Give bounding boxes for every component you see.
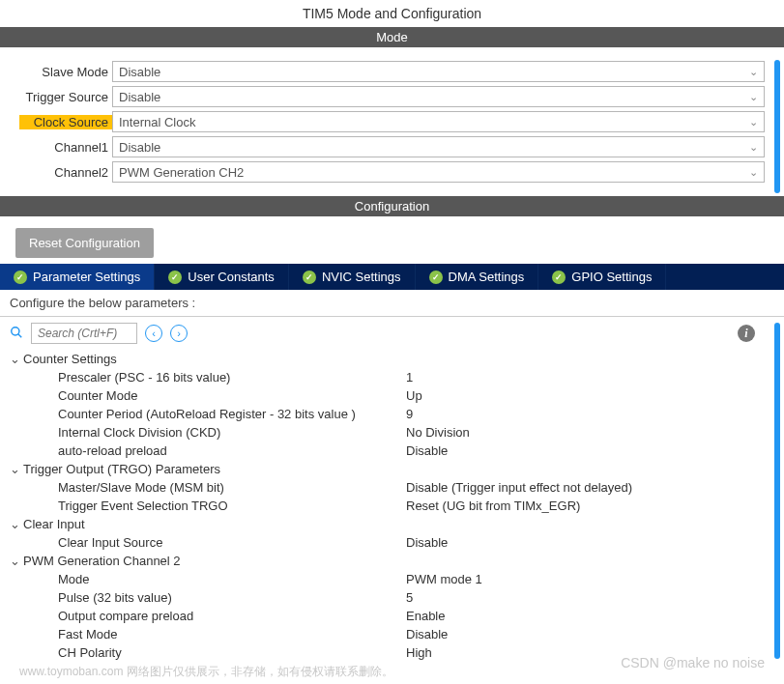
param-label: Mode bbox=[58, 572, 406, 586]
mode-row: Clock SourceInternal Clock⌄ bbox=[19, 111, 765, 132]
param-row[interactable]: Output compare preloadEnable bbox=[10, 607, 774, 625]
param-label: auto-reload preload bbox=[58, 443, 406, 458]
reset-configuration-button[interactable]: Reset Configuration bbox=[15, 228, 154, 258]
param-value: Up bbox=[406, 388, 422, 403]
param-value: 1 bbox=[406, 370, 413, 385]
chevron-down-icon: ⌄ bbox=[749, 141, 758, 154]
param-group-name: Clear Input bbox=[23, 517, 85, 531]
param-group-header[interactable]: ⌄Counter Settings bbox=[10, 350, 774, 368]
param-value: PWM mode 1 bbox=[406, 572, 482, 586]
param-row[interactable]: Internal Clock Division (CKD)No Division bbox=[10, 423, 774, 442]
mode-label: Clock Source bbox=[19, 115, 112, 129]
param-group-header[interactable]: ⌄Clear Input bbox=[10, 515, 774, 533]
svg-line-1 bbox=[18, 333, 22, 337]
param-label: Prescaler (PSC - 16 bits value) bbox=[58, 370, 406, 385]
param-label: Master/Slave Mode (MSM bit) bbox=[58, 480, 406, 495]
mode-scrollbar[interactable] bbox=[774, 60, 780, 193]
chevron-down-icon: ⌄ bbox=[10, 462, 23, 476]
param-group-header[interactable]: ⌄PWM Generation Channel 2 bbox=[10, 552, 774, 570]
param-value: High bbox=[406, 645, 432, 660]
param-value: Disable bbox=[406, 443, 448, 458]
check-icon: ✓ bbox=[168, 271, 182, 284]
mode-select-value: Disable bbox=[119, 90, 160, 104]
tab-label: User Constants bbox=[188, 270, 275, 284]
param-row[interactable]: Clear Input SourceDisable bbox=[10, 533, 774, 552]
param-group-name: PWM Generation Channel 2 bbox=[23, 554, 181, 568]
param-row[interactable]: Prescaler (PSC - 16 bits value)1 bbox=[10, 368, 774, 386]
tab-gpio-settings[interactable]: ✓GPIO Settings bbox=[538, 264, 666, 290]
mode-select[interactable]: Disable⌄ bbox=[112, 136, 765, 157]
tab-dma-settings[interactable]: ✓DMA Settings bbox=[416, 264, 539, 290]
param-group-name: Trigger Output (TRGO) Parameters bbox=[23, 462, 220, 476]
param-label: Fast Mode bbox=[58, 627, 406, 641]
param-label: Internal Clock Division (CKD) bbox=[58, 425, 406, 440]
params-scrollbar[interactable] bbox=[774, 323, 780, 659]
param-label: CH Polarity bbox=[58, 645, 406, 660]
param-row[interactable]: ModePWM mode 1 bbox=[10, 570, 774, 588]
param-value: 5 bbox=[406, 590, 413, 605]
param-row[interactable]: auto-reload preloadDisable bbox=[10, 442, 774, 460]
tab-nvic-settings[interactable]: ✓NVIC Settings bbox=[289, 264, 416, 290]
tab-parameter-settings[interactable]: ✓Parameter Settings bbox=[0, 264, 155, 290]
param-value: Disable bbox=[406, 535, 448, 550]
param-label: Counter Mode bbox=[58, 388, 406, 403]
mode-row: Trigger SourceDisable⌄ bbox=[19, 86, 765, 107]
check-icon: ✓ bbox=[14, 271, 27, 284]
param-row[interactable]: Fast ModeDisable bbox=[10, 625, 774, 643]
chevron-down-icon: ⌄ bbox=[10, 554, 23, 568]
param-value: Disable (Trigger input effect not delaye… bbox=[406, 480, 632, 495]
mode-row: Channel2PWM Generation CH2⌄ bbox=[19, 161, 765, 183]
tab-user-constants[interactable]: ✓User Constants bbox=[155, 264, 289, 290]
mode-select[interactable]: PWM Generation CH2⌄ bbox=[112, 161, 765, 183]
check-icon: ✓ bbox=[429, 271, 443, 284]
mode-header: Mode bbox=[0, 27, 784, 47]
param-group-header[interactable]: ⌄Trigger Output (TRGO) Parameters bbox=[10, 460, 774, 478]
mode-label: Slave Mode bbox=[19, 65, 112, 79]
param-label: Clear Input Source bbox=[58, 535, 406, 550]
param-value: 9 bbox=[406, 407, 413, 421]
config-instruction: Configure the below parameters : bbox=[0, 290, 784, 317]
mode-select-value: Disable bbox=[119, 140, 160, 155]
mode-label: Channel1 bbox=[19, 140, 112, 155]
parameter-tree: ⌄Counter SettingsPrescaler (PSC - 16 bit… bbox=[0, 350, 784, 671]
watermark-left: www.toymoban.com 网络图片仅供展示，非存储，如有侵权请联系删除。 bbox=[19, 664, 393, 680]
param-label: Output compare preload bbox=[58, 609, 406, 623]
config-header: Configuration bbox=[0, 196, 784, 216]
check-icon: ✓ bbox=[552, 271, 566, 284]
mode-select[interactable]: Disable⌄ bbox=[112, 86, 765, 107]
tab-label: GPIO Settings bbox=[571, 270, 652, 284]
search-row: ‹ › i bbox=[0, 317, 784, 350]
mode-row: Channel1Disable⌄ bbox=[19, 136, 765, 157]
mode-select[interactable]: Disable⌄ bbox=[112, 61, 765, 82]
search-next-button[interactable]: › bbox=[170, 325, 188, 342]
search-prev-button[interactable]: ‹ bbox=[145, 325, 162, 342]
info-icon[interactable]: i bbox=[738, 325, 755, 342]
param-row[interactable]: Master/Slave Mode (MSM bit)Disable (Trig… bbox=[10, 478, 774, 497]
config-body: Reset Configuration bbox=[0, 216, 784, 264]
chevron-down-icon: ⌄ bbox=[10, 517, 23, 531]
page-title: TIM5 Mode and Configuration bbox=[0, 0, 784, 27]
chevron-down-icon: ⌄ bbox=[749, 166, 758, 179]
param-label: Pulse (32 bits value) bbox=[58, 590, 406, 605]
param-row[interactable]: Pulse (32 bits value)5 bbox=[10, 588, 774, 607]
param-label: Trigger Event Selection TRGO bbox=[58, 499, 406, 513]
mode-row: Slave ModeDisable⌄ bbox=[19, 61, 765, 82]
svg-point-0 bbox=[12, 327, 19, 334]
param-value: Enable bbox=[406, 609, 445, 623]
chevron-down-icon: ⌄ bbox=[749, 91, 758, 103]
chevron-down-icon: ⌄ bbox=[749, 116, 758, 128]
param-row[interactable]: Counter ModeUp bbox=[10, 386, 774, 405]
mode-select[interactable]: Internal Clock⌄ bbox=[112, 111, 765, 132]
param-row[interactable]: Counter Period (AutoReload Register - 32… bbox=[10, 405, 774, 423]
param-value: Reset (UG bit from TIMx_EGR) bbox=[406, 499, 580, 513]
watermark-right: CSDN @make no noise bbox=[621, 655, 765, 670]
param-label: Counter Period (AutoReload Register - 32… bbox=[58, 407, 406, 421]
search-icon bbox=[10, 326, 23, 342]
search-input[interactable] bbox=[31, 323, 137, 344]
param-row[interactable]: Trigger Event Selection TRGOReset (UG bi… bbox=[10, 497, 774, 515]
mode-body: Slave ModeDisable⌄Trigger SourceDisable⌄… bbox=[0, 47, 784, 196]
tab-label: Parameter Settings bbox=[33, 270, 140, 284]
mode-select-value: Disable bbox=[119, 65, 160, 79]
check-icon: ✓ bbox=[303, 271, 316, 284]
param-value: No Division bbox=[406, 425, 470, 440]
